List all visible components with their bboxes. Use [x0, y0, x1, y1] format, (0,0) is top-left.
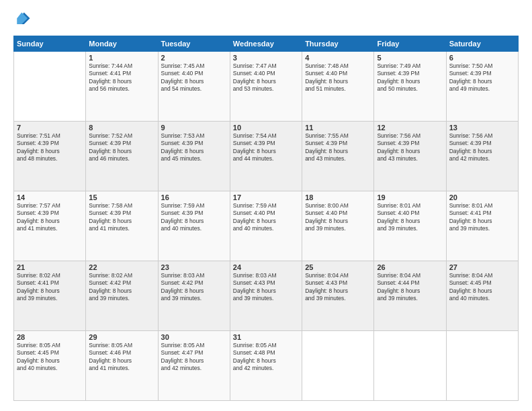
day-number: 6 [449, 54, 515, 62]
day-number: 9 [161, 124, 227, 132]
day-detail: Sunrise: 8:01 AMSunset: 4:40 PMDaylight:… [377, 202, 443, 233]
calendar-cell: 30Sunrise: 8:05 AMSunset: 4:47 PMDayligh… [158, 331, 230, 401]
calendar-header-saturday: Saturday [446, 36, 518, 52]
logo-icon [13, 10, 32, 29]
calendar-cell: 13Sunrise: 7:56 AMSunset: 4:39 PMDayligh… [446, 122, 518, 191]
day-detail: Sunrise: 7:45 AMSunset: 4:40 PMDaylight:… [161, 62, 227, 93]
calendar-cell: 7Sunrise: 7:51 AMSunset: 4:39 PMDaylight… [14, 122, 86, 191]
calendar-cell: 10Sunrise: 7:54 AMSunset: 4:39 PMDayligh… [230, 122, 302, 191]
day-number: 28 [17, 333, 83, 341]
day-detail: Sunrise: 7:56 AMSunset: 4:39 PMDaylight:… [377, 132, 443, 163]
header [13, 10, 519, 29]
day-number: 14 [17, 193, 83, 201]
day-number: 29 [89, 333, 154, 341]
day-number: 1 [89, 54, 154, 62]
day-detail: Sunrise: 8:02 AMSunset: 4:42 PMDaylight:… [89, 272, 154, 303]
day-detail: Sunrise: 8:04 AMSunset: 4:43 PMDaylight:… [305, 272, 371, 303]
day-number: 4 [305, 54, 371, 62]
page: SundayMondayTuesdayWednesdayThursdayFrid… [0, 0, 532, 411]
day-detail: Sunrise: 8:05 AMSunset: 4:46 PMDaylight:… [89, 342, 154, 373]
day-detail: Sunrise: 7:51 AMSunset: 4:39 PMDaylight:… [17, 132, 83, 163]
day-number: 16 [161, 193, 227, 201]
day-detail: Sunrise: 7:44 AMSunset: 4:41 PMDaylight:… [89, 62, 154, 93]
day-number: 7 [17, 124, 83, 132]
calendar-week-1: 1Sunrise: 7:44 AMSunset: 4:41 PMDaylight… [14, 52, 519, 122]
day-number: 17 [233, 193, 299, 201]
calendar-header-wednesday: Wednesday [230, 36, 302, 52]
day-number: 2 [161, 54, 227, 62]
day-detail: Sunrise: 7:47 AMSunset: 4:40 PMDaylight:… [233, 62, 299, 93]
day-number: 20 [449, 193, 515, 201]
day-number: 22 [89, 263, 154, 271]
day-detail: Sunrise: 8:03 AMSunset: 4:42 PMDaylight:… [161, 272, 227, 303]
day-detail: Sunrise: 8:00 AMSunset: 4:40 PMDaylight:… [305, 202, 371, 233]
day-detail: Sunrise: 7:54 AMSunset: 4:39 PMDaylight:… [233, 132, 299, 163]
calendar-cell: 25Sunrise: 8:04 AMSunset: 4:43 PMDayligh… [302, 261, 374, 331]
calendar-cell: 8Sunrise: 7:52 AMSunset: 4:39 PMDaylight… [86, 122, 158, 191]
day-number: 27 [449, 263, 515, 271]
calendar-cell: 28Sunrise: 8:05 AMSunset: 4:45 PMDayligh… [14, 331, 86, 401]
calendar-cell: 12Sunrise: 7:56 AMSunset: 4:39 PMDayligh… [374, 122, 446, 191]
day-detail: Sunrise: 7:56 AMSunset: 4:39 PMDaylight:… [449, 132, 515, 163]
calendar-cell: 14Sunrise: 7:57 AMSunset: 4:39 PMDayligh… [14, 191, 86, 261]
day-detail: Sunrise: 8:03 AMSunset: 4:43 PMDaylight:… [233, 272, 299, 303]
calendar-cell: 29Sunrise: 8:05 AMSunset: 4:46 PMDayligh… [86, 331, 158, 401]
day-number: 25 [305, 263, 371, 271]
calendar-header-sunday: Sunday [14, 36, 86, 52]
day-detail: Sunrise: 7:49 AMSunset: 4:39 PMDaylight:… [377, 62, 443, 93]
day-number: 23 [161, 263, 227, 271]
calendar-cell: 3Sunrise: 7:47 AMSunset: 4:40 PMDaylight… [230, 52, 302, 122]
calendar-cell [14, 52, 86, 122]
calendar-cell: 22Sunrise: 8:02 AMSunset: 4:42 PMDayligh… [86, 261, 158, 331]
calendar-week-5: 28Sunrise: 8:05 AMSunset: 4:45 PMDayligh… [14, 331, 519, 401]
day-number: 21 [17, 263, 83, 271]
day-detail: Sunrise: 7:57 AMSunset: 4:39 PMDaylight:… [17, 202, 83, 233]
calendar-cell: 2Sunrise: 7:45 AMSunset: 4:40 PMDaylight… [158, 52, 230, 122]
day-number: 18 [305, 193, 371, 201]
calendar-cell: 21Sunrise: 8:02 AMSunset: 4:41 PMDayligh… [14, 261, 86, 331]
day-detail: Sunrise: 8:02 AMSunset: 4:41 PMDaylight:… [17, 272, 83, 303]
calendar-cell: 23Sunrise: 8:03 AMSunset: 4:42 PMDayligh… [158, 261, 230, 331]
calendar-cell: 19Sunrise: 8:01 AMSunset: 4:40 PMDayligh… [374, 191, 446, 261]
day-detail: Sunrise: 7:48 AMSunset: 4:40 PMDaylight:… [305, 62, 371, 93]
day-detail: Sunrise: 8:05 AMSunset: 4:48 PMDaylight:… [233, 342, 299, 373]
calendar-cell: 27Sunrise: 8:04 AMSunset: 4:45 PMDayligh… [446, 261, 518, 331]
calendar-cell: 26Sunrise: 8:04 AMSunset: 4:44 PMDayligh… [374, 261, 446, 331]
day-detail: Sunrise: 8:04 AMSunset: 4:45 PMDaylight:… [449, 272, 515, 303]
calendar-header-thursday: Thursday [302, 36, 374, 52]
calendar-cell: 31Sunrise: 8:05 AMSunset: 4:48 PMDayligh… [230, 331, 302, 401]
calendar-cell: 17Sunrise: 7:59 AMSunset: 4:40 PMDayligh… [230, 191, 302, 261]
calendar-header-tuesday: Tuesday [158, 36, 230, 52]
calendar-week-3: 14Sunrise: 7:57 AMSunset: 4:39 PMDayligh… [14, 191, 519, 261]
day-detail: Sunrise: 7:55 AMSunset: 4:39 PMDaylight:… [305, 132, 371, 163]
calendar-cell: 6Sunrise: 7:50 AMSunset: 4:39 PMDaylight… [446, 52, 518, 122]
day-number: 15 [89, 193, 154, 201]
calendar-header-row: SundayMondayTuesdayWednesdayThursdayFrid… [14, 36, 519, 52]
calendar-cell: 9Sunrise: 7:53 AMSunset: 4:39 PMDaylight… [158, 122, 230, 191]
calendar-cell: 24Sunrise: 8:03 AMSunset: 4:43 PMDayligh… [230, 261, 302, 331]
calendar-week-4: 21Sunrise: 8:02 AMSunset: 4:41 PMDayligh… [14, 261, 519, 331]
calendar-cell: 16Sunrise: 7:59 AMSunset: 4:39 PMDayligh… [158, 191, 230, 261]
calendar-cell [446, 331, 518, 401]
day-detail: Sunrise: 7:58 AMSunset: 4:39 PMDaylight:… [89, 202, 154, 233]
day-number: 3 [233, 54, 299, 62]
calendar-cell: 15Sunrise: 7:58 AMSunset: 4:39 PMDayligh… [86, 191, 158, 261]
day-number: 5 [377, 54, 443, 62]
calendar-cell: 1Sunrise: 7:44 AMSunset: 4:41 PMDaylight… [86, 52, 158, 122]
logo [13, 10, 35, 29]
day-detail: Sunrise: 8:01 AMSunset: 4:41 PMDaylight:… [449, 202, 515, 233]
day-number: 31 [233, 333, 299, 341]
calendar-week-2: 7Sunrise: 7:51 AMSunset: 4:39 PMDaylight… [14, 122, 519, 191]
calendar-cell: 18Sunrise: 8:00 AMSunset: 4:40 PMDayligh… [302, 191, 374, 261]
day-detail: Sunrise: 7:59 AMSunset: 4:40 PMDaylight:… [233, 202, 299, 233]
day-number: 30 [161, 333, 227, 341]
calendar-table: SundayMondayTuesdayWednesdayThursdayFrid… [13, 36, 519, 401]
day-number: 12 [377, 124, 443, 132]
day-detail: Sunrise: 7:59 AMSunset: 4:39 PMDaylight:… [161, 202, 227, 233]
calendar-cell [374, 331, 446, 401]
day-detail: Sunrise: 7:53 AMSunset: 4:39 PMDaylight:… [161, 132, 227, 163]
day-detail: Sunrise: 8:04 AMSunset: 4:44 PMDaylight:… [377, 272, 443, 303]
day-detail: Sunrise: 8:05 AMSunset: 4:47 PMDaylight:… [161, 342, 227, 373]
day-number: 19 [377, 193, 443, 201]
day-number: 11 [305, 124, 371, 132]
